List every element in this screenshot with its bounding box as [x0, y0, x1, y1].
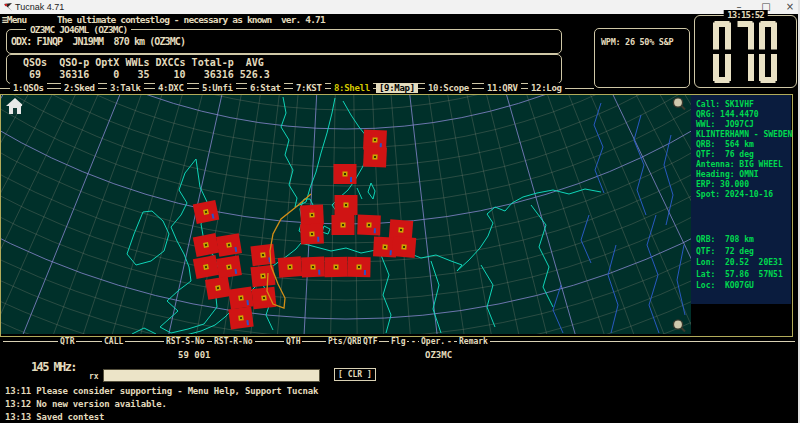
panel-line: QRB: 708 km	[696, 234, 783, 246]
clear-button[interactable]: [ CLR ]	[334, 368, 376, 381]
wpm-text: WPM: 26 50% S&P	[601, 37, 673, 47]
qso-field-qtf: QTF	[361, 337, 379, 346]
worked-square	[333, 164, 356, 184]
stats-header-row: QSOs QSO-p OptX WWLs DXCCs Total-p AVG	[11, 57, 264, 68]
tucnak-window: Tucnak 4.71 – □ × ≡Menu The ultimate con…	[0, 0, 800, 423]
tab-6-stat[interactable]: 6:Stat	[247, 83, 284, 93]
worked-square	[193, 255, 219, 279]
worked-square	[357, 215, 381, 236]
tab-7-kst[interactable]: 7:KST	[293, 83, 325, 93]
clock-time: 13:15:52	[723, 10, 768, 20]
tab-8-shell[interactable]: 8:Shell	[331, 83, 373, 93]
map-zoom-in-icon[interactable]	[671, 96, 687, 112]
log-line: 13:12 No new version available.	[5, 399, 167, 409]
qso-rst-value: 59 001	[178, 350, 211, 360]
menu-button[interactable]: ≡Menu	[2, 14, 26, 25]
qso-field-flg: Flg	[389, 337, 407, 346]
worked-square	[278, 256, 302, 278]
spot-info-panel: Call: SK1VHFQRG: 144.4470WWL: JO97CJKLIN…	[691, 95, 791, 334]
home-icon	[6, 98, 22, 114]
tab-4-dxc[interactable]: 4:DXC	[155, 83, 187, 93]
worked-square	[300, 223, 324, 244]
worked-square	[250, 244, 275, 267]
tab-1-qsos[interactable]: 1:QSOs	[10, 83, 47, 93]
spot-info-primary: Call: SK1VHFQRG: 144.4470WWL: JO97CJKLIN…	[696, 100, 792, 200]
stats-box: QSOs QSO-p OptX WWLs DXCCs Total-p AVG 6…	[6, 54, 562, 84]
panel-line: Lat: 57.86 57N51	[696, 269, 783, 281]
map-canvas[interactable]	[1, 95, 691, 334]
qso-field-oper-: Oper.	[419, 337, 447, 346]
clock-box: 13:15:52	[694, 15, 797, 88]
rx-label: rx	[89, 372, 99, 381]
band-label: 145 MHz:	[31, 360, 76, 374]
panel-line: QRG: 144.4470	[696, 110, 792, 120]
station-box: OZ3MC JO46ML (OZ3MC) ODX: F1NQP JN19MM 8…	[6, 29, 562, 54]
panel-line: Spot: 2024-10-16	[696, 190, 792, 200]
qso-field-pts-qrb: Pts/QRB	[326, 337, 364, 346]
panel-line: Loc: KO07GU	[696, 280, 783, 292]
tab-5-unfi[interactable]: 5:Unfi	[199, 83, 236, 93]
worked-square	[252, 287, 277, 309]
map-zoom-out-icon[interactable]	[671, 318, 687, 334]
panel-line: QTF: 72 deg	[696, 246, 783, 258]
worked-square	[347, 257, 370, 277]
qso-field-qtr: QTR	[58, 337, 76, 346]
panel-line: Heading: OMNI	[696, 170, 792, 180]
serial-counter	[713, 21, 777, 83]
worked-square	[392, 236, 417, 258]
worked-square	[228, 307, 253, 330]
close-button[interactable]: ×	[781, 0, 799, 14]
stats-value-row: 69 36316 0 35 10 36316 526.3	[11, 69, 270, 80]
worked-square	[363, 146, 387, 167]
odx-line: ODX: F1NQP JN19MM 870 km (OZ3MC)	[11, 36, 185, 47]
panel-line: Lon: 20.52 20E31	[696, 257, 783, 269]
panel-line: Antenna: BIG WHEEL	[696, 160, 792, 170]
title-bar: Tucnak 4.71 – □ ×	[0, 0, 800, 14]
spot-info-secondary: QRB: 708 kmQTF: 72 degLon: 20.52 20E31La…	[696, 234, 783, 292]
log-line: 13:13 Saved contest	[5, 412, 104, 422]
qso-field-qth: QTH	[284, 337, 302, 346]
panel-line: Call: SK1VHF	[696, 100, 792, 110]
worked-square	[335, 195, 358, 215]
app-icon	[3, 2, 13, 12]
qso-field-rst-r-no: RST-R-No	[212, 337, 255, 346]
window-title: Tucnak 4.71	[15, 2, 64, 12]
map-area: Call: SK1VHFQRG: 144.4470WWL: JO97CJKLIN…	[0, 94, 793, 337]
tab-2-sked[interactable]: 2:Sked	[61, 83, 98, 93]
worked-square	[216, 233, 242, 256]
panel-line: QRB: 564 km	[696, 140, 792, 150]
qso-field-call: CALL	[102, 337, 125, 346]
worked-square	[301, 256, 325, 277]
tab-11-qrv[interactable]: 11:QRV	[484, 83, 521, 93]
panel-line: KLINTERHAMN - SWEDEN	[696, 130, 792, 140]
worked-square	[216, 255, 242, 278]
qso-field-remark: Remark	[457, 337, 490, 346]
qso-field--: -	[445, 337, 454, 346]
worked-square	[300, 204, 324, 225]
qso-field--: -	[409, 337, 418, 346]
worked-square	[331, 215, 354, 235]
qso-field-rst-s-no: RST-S-No	[164, 337, 207, 346]
qso-oper-value: OZ3MC	[425, 350, 452, 360]
tab-3-talk[interactable]: 3:Talk	[107, 83, 144, 93]
panel-line: WWL: JO97CJ	[696, 120, 792, 130]
tab-9-map[interactable]: [9:Map]	[376, 83, 418, 93]
tab-12-log[interactable]: 12:Log	[528, 83, 565, 93]
panel-line: QTF: 76 deg	[696, 150, 792, 160]
wpm-box: WPM: 26 50% S&P	[594, 28, 690, 88]
worked-square	[324, 257, 347, 277]
panel-line: ERP: 30.000	[696, 180, 792, 190]
log-line: 13:11 Please consider supporting - Menu …	[5, 386, 318, 396]
tab-10-scope[interactable]: 10:Scope	[425, 83, 472, 93]
qso-input[interactable]	[103, 369, 320, 382]
worked-square	[205, 276, 231, 300]
station-legend: OZ3MC JO46ML (OZ3MC)	[26, 24, 131, 35]
worked-square	[228, 287, 254, 310]
